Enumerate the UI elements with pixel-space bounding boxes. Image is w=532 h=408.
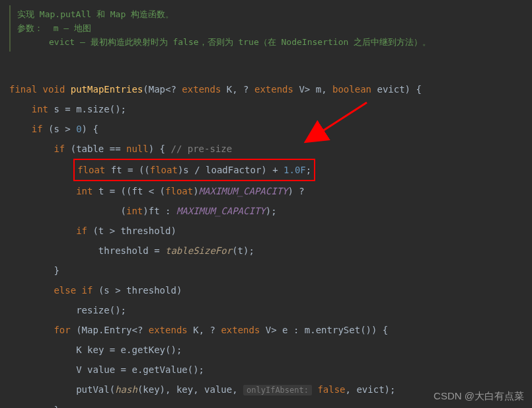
doc-line-1: 实现 Map.putAll 和 Map 构造函数。 (17, 8, 532, 22)
keyword-void: void (43, 84, 65, 95)
keyword-for: for (54, 325, 70, 335)
call-hash: hash (115, 384, 137, 395)
keyword-int: int (32, 104, 48, 114)
const-max-capacity: MAXIMUM_CAPACITY (199, 186, 288, 196)
doc-line-3: evict – 最初构造此映射时为 false，否则为 true（在 NodeI… (17, 36, 532, 50)
doc-line-2: 参数： m – 地图 (17, 22, 532, 36)
param-hint-onlyifabsent: onlyIfAbsent: (243, 385, 312, 395)
watermark: CSDN @大白有点菜 (434, 390, 524, 403)
comment-presize: // pre-size (171, 143, 232, 154)
method-name: putMapEntries (71, 84, 143, 95)
javadoc-block: 实现 Map.putAll 和 Map 构造函数。 参数： m – 地图 evi… (9, 5, 532, 52)
highlighted-line: float ft = ((float)s / loadFactor) + 1.0… (73, 159, 315, 181)
call-tablesizefor: tableSizeFor (165, 245, 232, 256)
keyword-final: final (9, 84, 37, 95)
code-block[interactable]: final void putMapEntries(Map<? extends K… (0, 60, 532, 408)
keyword-if: if (32, 124, 43, 134)
keyword-else-if: else if (54, 285, 93, 296)
